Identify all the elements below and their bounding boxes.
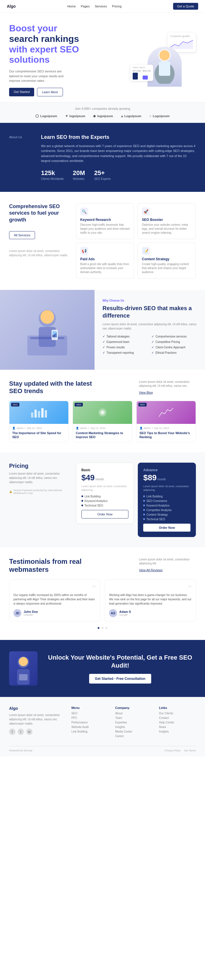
footer-link-building[interactable]: Link Building [72,730,108,733]
footer-brand-description: Lorem ipsum dolor sit amet, consectetur … [9,713,65,726]
svg-point-7 [40,310,54,324]
footer-links-links: Our Clients Contact Help Center News Ins… [159,712,196,733]
blog-header: Stay updated with the latest SEO trends … [9,380,196,395]
services-grid: 🔍 Keyword Research Discover high-traffic… [76,203,196,278]
blog-description: Lorem ipsum dolor sit amet, consectetur … [139,380,196,388]
testimonials-title: Testimonials from real webmasters [9,558,89,574]
footer-link-career[interactable]: Career [115,735,152,738]
cta-text: Unlock Your Website's Potential, Get a F… [44,654,196,684]
footer-link-insights[interactable]: Insights [115,725,152,729]
quote-mark-2: " [188,584,192,593]
footer-link-clients[interactable]: Our Clients [159,712,196,715]
nav-link-services[interactable]: Services [95,5,107,8]
footer-link-help[interactable]: Help Center [159,721,196,724]
plan-price-basic: $49 [81,473,95,482]
nav-link-home[interactable]: Home [67,5,75,8]
why-point-6: ✓ Client-Centric Approach [151,345,197,349]
plan-desc-advance: Lorem ipsum dolor sit amet, consectetur … [143,485,191,492]
stat-experts: 25+ SEO Experts [94,169,111,180]
check-icon-2: ✓ [151,335,154,338]
facebook-icon[interactable]: f [9,729,15,735]
footer-link-media[interactable]: Media Center [115,730,152,733]
blog-author-icon-3: 👤 [140,427,143,430]
footer-link-seo[interactable]: SEO [72,712,108,715]
feature-adv-3: Keyword Analytics [143,504,191,507]
testimonials-section: Testimonials from real webmasters Lorem … [0,547,205,640]
services-side-description: Lorem ipsum dolor sit amet, consectetur … [9,249,69,258]
footer-link-about[interactable]: About [115,712,152,715]
footer-privacy-link[interactable]: Privacy Policy [165,749,181,752]
dot-adv-1 [143,495,145,497]
quote-mark-1: " [92,584,96,593]
get-started-button[interactable]: Get Started [9,88,34,96]
footer-link-expertise[interactable]: Expertise [115,721,152,724]
blog-right: Lorem ipsum dolor sit amet, consectetur … [139,380,196,395]
logos-bar: Join 4,000+ companies already growing ⬡ … [0,102,205,123]
all-services-button[interactable]: All Services [9,231,35,239]
learn-more-button[interactable]: Learn More [37,88,63,96]
footer-link-news[interactable]: News [159,725,196,729]
blog-badge-1: SEO [11,403,19,406]
footer-link-team[interactable]: Team [115,716,152,719]
service-title-content: Content Strategy [142,257,192,261]
svg-rect-15 [31,412,33,418]
services-title: Comprehensive SEO services to fuel your … [9,203,69,223]
check-icon-6: ✓ [151,345,154,349]
order-button-advance[interactable]: Order Now [143,523,191,531]
order-button-basic[interactable]: Order Now [81,510,129,519]
plan-desc-basic: Lorem ipsum dolor sit amet, consectetur … [81,485,129,492]
hero-title: Boost your search rankings with expert S… [9,23,103,65]
footer-link-contact[interactable]: Contact [159,716,196,719]
footer-link-performance[interactable]: Performance [72,721,108,724]
plan-per-advance: /month [157,478,166,481]
nav-link-pages[interactable]: Pages [81,5,90,8]
service-desc-ads: Build a good site with quality links fro… [80,262,130,274]
nav-cta-button[interactable]: Get a Quote [173,3,198,10]
keyword-icon: 🔍 [80,207,88,215]
why-point-2: ✓ Comprehensive services [151,335,197,338]
footer-col-title-company: Company [115,706,152,710]
blog-post-title-2: Content Marketing Strategies to Improve … [76,431,129,439]
why-point-3: ✓ Experienced team [103,340,148,344]
footer-link-audit[interactable]: Website Audit [72,725,108,729]
feature-adv-4: Competitor Analysis [143,509,191,512]
footer-link-ppc[interactable]: PPC [72,716,108,719]
blog-card-1: SEO 👤 admin • July 21, 2024 [9,401,68,442]
nav-link-pricing[interactable]: Pricing [112,5,122,8]
footer-bottom-links: Privacy Policy Our Terms [165,749,196,752]
logo-item-4: ⟁ Logoipsum [121,114,141,118]
view-blog-link[interactable]: View Blog [139,391,153,394]
logo-item-2: ✦ logoipsum [65,114,86,118]
blog-chart-2 [94,407,111,418]
service-title-booster: SEO Booster [142,218,192,222]
navbar: Algo Home Pages Services Pricing Get a Q… [0,0,205,13]
feature-adv-5: Content Strategy [143,513,191,516]
linkedin-icon[interactable]: in [26,729,32,735]
dot-adv-3 [143,504,145,506]
why-point-8: ✓ Ethical Practices [151,351,197,355]
twitter-icon[interactable]: t [17,729,24,735]
stat-clients: 125k Clients Worldwide [41,169,64,180]
ads-icon: 📢 [80,247,88,255]
service-card-ads: 📢 Paid Ads Build a good site with qualit… [76,243,134,278]
logo-icon-4: ⟁ [121,114,123,118]
footer-brand: Algo Lorem ipsum dolor sit amet, consect… [9,706,65,739]
why-description: Lorem ipsum dolor sit amet, consectetur … [103,322,197,331]
cta-button[interactable]: Get Started - Free Consultation [89,674,151,684]
footer-copyright: Powered by Simvoly [9,749,32,752]
dot-2[interactable] [102,627,103,629]
footer: Algo Lorem ipsum dolor sit amet, consect… [0,697,205,757]
footer-terms-link[interactable]: Our Terms [184,749,196,752]
blog-image-1: SEO [10,401,68,424]
plan-features-basic: Link Building Keyword Analytics Technica… [81,495,129,507]
dot-active[interactable] [98,627,99,629]
footer-col-company: Company About Team Expertise Insights Me… [115,706,152,739]
plan-name-basic: Basic [81,468,129,472]
dot-3[interactable] [106,627,107,629]
view-reviews-link[interactable]: View All Reviews [139,568,162,572]
footer-link-insights2[interactable]: Insights [159,730,196,733]
hero-section: Boost your search rankings with expert S… [0,13,205,102]
blog-card-2: SEO 👤 admin • July 21, 2024 Content Mark [73,401,132,442]
footer-col-title-links: Links [159,706,196,710]
dot-3 [81,504,83,506]
